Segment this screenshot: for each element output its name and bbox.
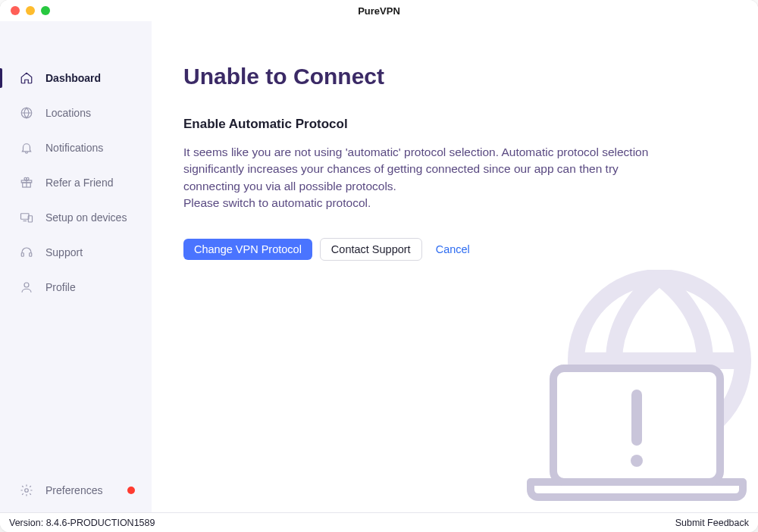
submit-feedback-button[interactable]: Submit Feedback: [675, 518, 749, 528]
svg-rect-5: [21, 253, 23, 257]
devices-icon: [20, 211, 33, 224]
window-title: PureVPN: [0, 5, 758, 17]
gift-icon: [20, 176, 33, 189]
version-label: Version: 8.4.6-PRODUCTION1589: [9, 518, 155, 528]
sidebar-item-support[interactable]: Support: [0, 235, 152, 270]
sidebar: Dashboard Locations Notifications: [0, 21, 152, 512]
svg-rect-10: [553, 368, 720, 482]
sidebar-item-label: Notifications: [45, 142, 103, 154]
sidebar-item-label: Refer a Friend: [45, 177, 113, 189]
minimize-window-button[interactable]: [26, 6, 35, 15]
close-window-button[interactable]: [11, 6, 20, 15]
zoom-window-button[interactable]: [41, 6, 50, 15]
sidebar-item-refer[interactable]: Refer a Friend: [0, 165, 152, 200]
cancel-button[interactable]: Cancel: [430, 239, 476, 260]
action-row: Change VPN Protocol Contact Support Canc…: [183, 238, 726, 261]
sidebar-item-label: Locations: [45, 107, 91, 119]
sidebar-item-label: Preferences: [45, 484, 102, 496]
change-protocol-button[interactable]: Change VPN Protocol: [183, 239, 312, 260]
contact-support-button[interactable]: Contact Support: [320, 238, 422, 261]
svg-point-12: [631, 455, 643, 467]
home-icon: [20, 71, 33, 85]
user-icon: [20, 280, 33, 294]
statusbar: Version: 8.4.6-PRODUCTION1589 Submit Fee…: [0, 512, 758, 532]
globe-icon: [20, 106, 33, 120]
sidebar-item-label: Support: [45, 246, 83, 258]
sidebar-nav: Dashboard Locations Notifications: [0, 61, 152, 473]
svg-rect-3: [21, 214, 30, 220]
page-body-text: It seems like you are not using 'automat…: [183, 144, 653, 212]
sidebar-item-preferences[interactable]: Preferences: [0, 473, 152, 508]
sidebar-footer: Preferences: [0, 473, 152, 512]
sidebar-item-label: Profile: [45, 281, 76, 293]
svg-point-8: [25, 489, 29, 493]
svg-point-7: [24, 283, 29, 287]
page-subheading: Enable Automatic Protocol: [183, 117, 726, 132]
titlebar: PureVPN: [0, 0, 758, 21]
headset-icon: [20, 246, 33, 259]
sidebar-item-label: Setup on devices: [45, 211, 127, 224]
svg-point-9: [576, 277, 743, 444]
app-window: PureVPN Dashboard Locations: [0, 0, 758, 532]
window-controls: [0, 6, 50, 15]
gear-icon: [20, 483, 33, 497]
sidebar-item-notifications[interactable]: Notifications: [0, 130, 152, 165]
notification-dot-icon: [127, 487, 135, 494]
main-content: Unable to Connect Enable Automatic Proto…: [152, 21, 758, 512]
sidebar-item-locations[interactable]: Locations: [0, 95, 152, 130]
sidebar-item-dashboard[interactable]: Dashboard: [0, 61, 152, 95]
sidebar-item-label: Dashboard: [45, 72, 101, 84]
app-body: Dashboard Locations Notifications: [0, 21, 758, 512]
svg-rect-6: [30, 253, 32, 257]
bell-icon: [20, 141, 33, 155]
error-illustration: [485, 270, 758, 512]
sidebar-item-setup-devices[interactable]: Setup on devices: [0, 200, 152, 235]
page-heading: Unable to Connect: [183, 64, 726, 89]
sidebar-item-profile[interactable]: Profile: [0, 270, 152, 305]
